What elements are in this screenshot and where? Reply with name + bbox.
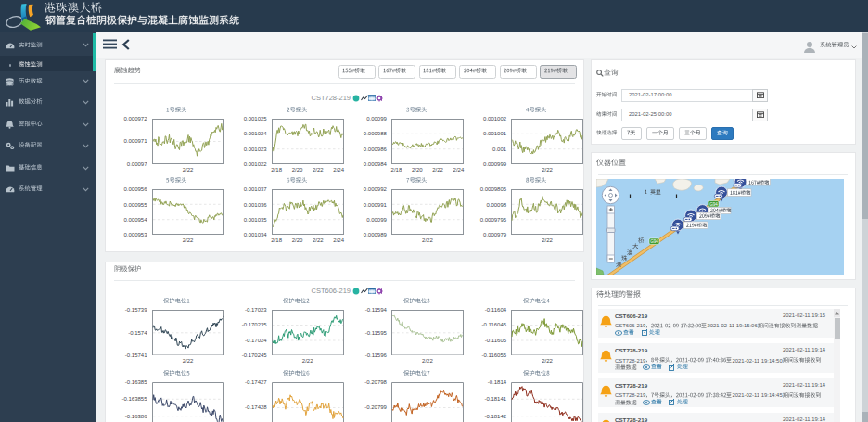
svg-text:G94: G94 [650,239,658,244]
svg-text:G94: G94 [709,202,718,207]
